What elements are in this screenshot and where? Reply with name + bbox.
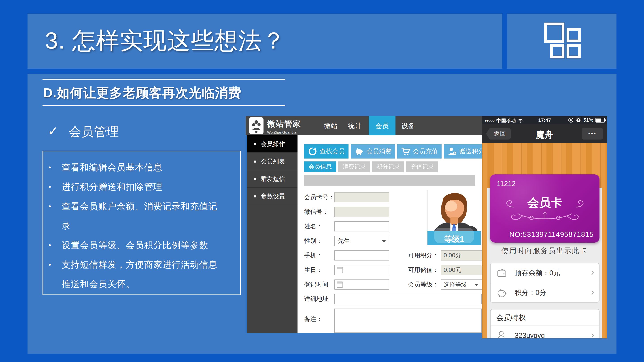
list-item-text: 进行积分赠送和扣除管理 [62,177,218,197]
stored-value-field: 0.00元 [441,265,482,275]
logo-panel [507,14,616,69]
chevron-right-icon: › [591,287,594,297]
bullet-icon: • [48,235,62,255]
content-panel: D.如何让更多老顾客再次光临消费 ✓ 会员管理 • 查看和编辑会员基本信息 • … [28,74,616,354]
nav-item-members[interactable]: 会员 [369,116,396,135]
title-panel: 3. 怎样实现这些想法？ [28,14,502,69]
avatar-man-illustration [428,190,481,233]
sidebar-item-settings[interactable]: 参数设置 [247,188,298,205]
battery-icon [596,118,605,122]
tab-points-records[interactable]: 积分记录 [372,161,404,172]
feature-list-box: • 查看和编辑会员基本信息 • 进行积分赠送和扣除管理 • 查看会员账户余额、消… [42,151,241,295]
gift-points-label: 赠送积分 [459,147,482,156]
privilege-header: 会员特权 [490,310,599,326]
app-logo-icon [249,117,264,134]
alarm-clock-icon [576,117,581,123]
page-title: 3. 怎样实现这些想法？ [45,25,286,56]
gift-points-button[interactable]: 赠送积分 [444,144,482,159]
admin-app-window: 微站管家 WeiZhanGuanJia 微站 统计 会员 设备 会员操作 会员列… [246,116,482,333]
phone-content: 11212 [482,143,607,338]
list-item: • 查看和编辑会员基本信息 [48,158,233,177]
birthday-label: 生日： [304,265,334,275]
member-name-row[interactable]: 323uygyg › [490,326,599,338]
checklist-row: ✓ 会员管理 [48,123,119,140]
card-top-number: 11212 [497,180,516,188]
battery-percent: 51% [584,117,593,123]
cart-icon [401,147,410,156]
rotation-lock-icon [568,117,574,123]
card-usage-hint: 使用时向服务员出示此卡 [482,246,607,256]
find-member-label: 查找会员 [320,147,345,156]
admin-sidebar: 会员操作 会员列表 群发短信 参数设置 [246,135,298,333]
member-consume-button[interactable]: 会员消费 [351,144,395,159]
gender-label: 性别： [304,236,334,246]
member-recharge-label: 会员充值 [413,147,438,156]
tab-member-info[interactable]: 会员信息 [304,161,336,172]
piggy-icon [354,147,364,156]
list-item: • 支持短信群发，方便商家进行活动信息推送和会员关怀。 [48,255,233,294]
gender-select[interactable]: 先生 [334,236,389,246]
notes-textarea[interactable] [334,309,482,333]
calendar-icon [337,282,343,288]
checklist-label: 会员管理 [69,123,119,140]
name-label: 姓名： [304,221,334,231]
card-no-field[interactable] [334,192,389,202]
toolbar-strip [304,175,475,186]
card-no-label: 会员卡号： [304,192,334,202]
wechat-field[interactable] [334,207,389,217]
logo-square-topright [566,28,581,42]
member-name-label: 323uygyg [515,332,545,339]
phone-field[interactable] [334,250,389,261]
nav-item-stats[interactable]: 统计 [344,116,366,135]
find-member-button[interactable]: 查找会员 [304,144,348,159]
list-item-text: 设置会员等级、会员积分比例等参数 [62,235,218,255]
nav-item-weizhan[interactable]: 微站 [320,116,342,135]
brand-block: 微站管家 WeiZhanGuanJia [267,118,301,135]
card-number: NO:53139711495871815 [509,230,594,239]
logo-square-bottomleft [550,44,564,58]
level-badge: 等级1 [428,231,481,245]
membership-card: 11212 [490,174,600,243]
nav-item-devices[interactable]: 设备 [397,116,419,135]
admin-topbar: 微站管家 WeiZhanGuanJia 微站 统计 会员 设备 [246,116,482,135]
tab-recharge-records[interactable]: 充值记录 [406,161,438,172]
member-recharge-button[interactable]: 会员充值 [397,144,442,159]
sidebar-item-sms[interactable]: 群发短信 [247,170,298,188]
phone-nav-bar: 返回 魔舟 ••• [482,124,607,143]
address-label: 详细地址 [304,294,334,304]
admin-main: 查找会员 会员消费 [298,135,482,333]
bullet-icon: • [48,177,62,197]
points-field: 0.00分 [441,250,482,261]
member-level-value: 选择等级 [444,281,467,288]
name-field[interactable] [334,221,389,231]
more-button[interactable]: ••• [582,128,603,139]
balance-row[interactable]: 预存余额：0元 › [490,263,599,283]
stored-value-label: 可用储值： [408,265,440,275]
privilege-group: 会员特权 323uygyg › [490,309,600,338]
phone-label: 手机： [304,250,334,261]
piggy-bank-icon [496,288,507,298]
check-icon: ✓ [48,123,58,140]
notes-label: 备注： [304,314,334,324]
section-heading: D.如何让更多老顾客再次光临消费 [43,84,241,102]
points-row[interactable]: 积分：0分 › [490,283,599,302]
card-title-ornament: 会员卡 [490,189,600,228]
brand-name: 微站管家 [267,118,301,129]
register-time-label: 登记时间 [304,280,334,290]
phone-screenshot: ●●○○○ 中国移动 17:47 [482,116,607,338]
phone-status-bar: ●●○○○ 中国移动 17:47 [482,116,607,124]
tab-consume-records[interactable]: 消费记录 [338,161,370,172]
list-item: • 设置会员等级、会员积分比例等参数 [48,235,233,255]
birthday-field[interactable] [334,265,389,275]
sidebar-item-member-list[interactable]: 会员列表 [247,153,298,170]
sidebar-item-member-ops[interactable]: 会员操作 [247,135,298,153]
list-item: • 进行积分赠送和扣除管理 [48,177,233,197]
points-label: 可用积分： [408,250,440,261]
points-label: 积分：0分 [515,288,546,297]
address-field[interactable] [334,294,482,304]
list-item-text: 查看会员账户余额、消费记录和充值记录 [62,197,218,235]
member-level-select[interactable]: 选择等级 [441,280,482,290]
wallet-icon [496,268,507,278]
register-time-field[interactable] [334,280,389,290]
chevron-right-icon: › [591,267,594,277]
